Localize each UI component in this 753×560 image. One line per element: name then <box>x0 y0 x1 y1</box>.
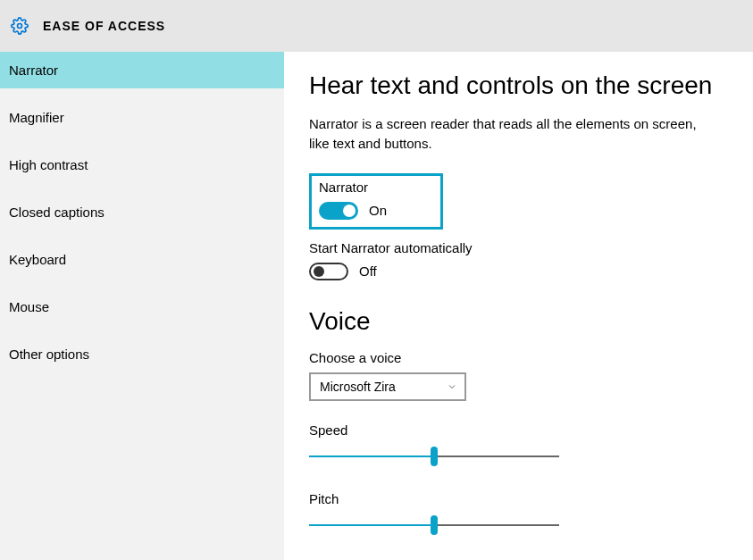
sidebar-item-other-options[interactable]: Other options <box>0 336 284 372</box>
narrator-toggle-highlight: Narrator On <box>309 173 443 230</box>
voice-heading: Voice <box>309 307 753 336</box>
sidebar-item-magnifier[interactable]: Magnifier <box>0 99 284 136</box>
choose-voice-label: Choose a voice <box>309 350 753 365</box>
sidebar-item-mouse[interactable]: Mouse <box>0 288 284 325</box>
pitch-label: Pitch <box>309 491 753 506</box>
auto-start-toggle[interactable] <box>309 263 348 280</box>
sidebar-item-keyboard[interactable]: Keyboard <box>0 241 284 278</box>
auto-start-state: Off <box>359 263 377 279</box>
narrator-toggle-label: Narrator <box>319 180 433 195</box>
chevron-down-icon <box>447 381 457 392</box>
header: EASE OF ACCESS <box>0 0 753 52</box>
gear-icon <box>11 17 29 35</box>
section-title: Hear text and controls on the screen <box>309 71 753 100</box>
svg-point-0 <box>18 24 22 29</box>
auto-start-label: Start Narrator automatically <box>309 240 753 255</box>
pitch-slider[interactable] <box>309 515 559 535</box>
sidebar: Narrator Magnifier High contrast Closed … <box>0 52 284 560</box>
voice-selected-value: Microsoft Zira <box>320 380 396 394</box>
narrator-toggle-state: On <box>369 203 387 218</box>
sidebar-item-high-contrast[interactable]: High contrast <box>0 146 284 183</box>
sidebar-item-closed-captions[interactable]: Closed captions <box>0 194 284 230</box>
speed-slider[interactable] <box>309 447 559 466</box>
narrator-toggle[interactable] <box>319 202 358 220</box>
content: Hear text and controls on the screen Nar… <box>284 52 753 560</box>
voice-select[interactable]: Microsoft Zira <box>309 372 466 401</box>
sidebar-item-narrator[interactable]: Narrator <box>0 52 284 88</box>
speed-label: Speed <box>309 422 753 438</box>
page-title: EASE OF ACCESS <box>43 19 165 33</box>
section-description: Narrator is a screen reader that reads a… <box>309 114 702 154</box>
